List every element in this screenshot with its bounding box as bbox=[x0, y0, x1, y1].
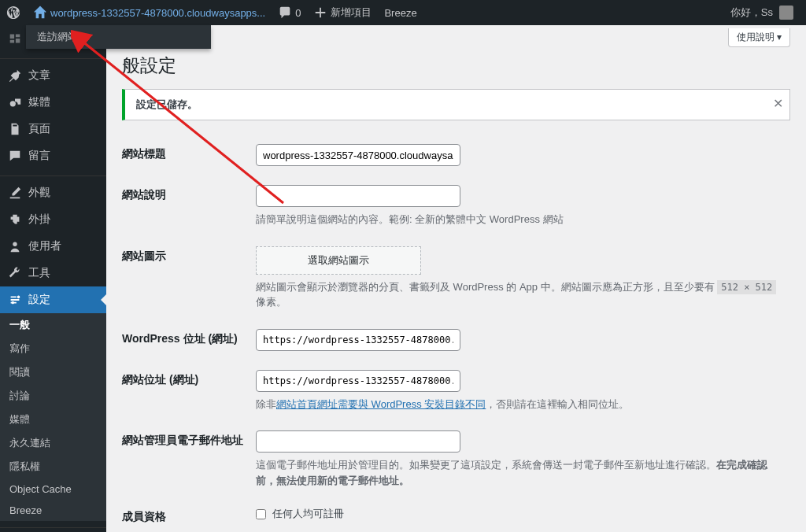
admin-email-input[interactable] bbox=[256, 430, 460, 453]
menu-posts[interactable]: 文章 bbox=[0, 62, 106, 89]
svg-point-1 bbox=[13, 242, 17, 246]
settings-submenu: 一般 寫作 閱讀 討論 媒體 永久連結 隱私權 Object Cache Bre… bbox=[0, 313, 106, 521]
dismiss-notice-button[interactable]: ✕ bbox=[773, 96, 783, 111]
users-icon bbox=[8, 239, 22, 253]
membership-checkbox[interactable] bbox=[256, 509, 266, 519]
my-account-menu[interactable]: 你好，Ss bbox=[724, 0, 800, 25]
page-icon bbox=[8, 122, 22, 136]
breeze-menu[interactable]: Breeze bbox=[378, 0, 423, 25]
admin-sidebar: 控制台 文章 媒體 頁面 留言 外觀 外掛 使用者 工具 設定 一般 寫作 閱讀 bbox=[0, 25, 106, 532]
home-icon bbox=[33, 6, 47, 20]
submenu-object-cache[interactable]: Object Cache bbox=[0, 478, 106, 500]
svg-point-0 bbox=[10, 101, 16, 106]
site-title-input[interactable] bbox=[256, 144, 460, 166]
visit-site-dropdown[interactable]: 造訪網站 bbox=[26, 25, 211, 49]
site-url-description: 除非網站首頁網址需要與 WordPress 安裝目錄不同，否則請在這裡輸入相同位… bbox=[256, 397, 782, 412]
submenu-reading[interactable]: 閱讀 bbox=[0, 360, 106, 384]
comment-icon bbox=[278, 6, 292, 20]
submenu-media[interactable]: 媒體 bbox=[0, 408, 106, 431]
visit-site-label: 造訪網站 bbox=[37, 31, 78, 42]
new-content-label: 新增項目 bbox=[331, 6, 372, 20]
comments-count: 0 bbox=[295, 7, 301, 19]
admin-email-label: 網站管理員電子郵件地址 bbox=[122, 421, 256, 497]
new-content-menu[interactable]: 新增項目 bbox=[307, 0, 378, 25]
notice-text: 設定已儲存。 bbox=[136, 98, 198, 112]
greeting-text: 你好，Ss bbox=[730, 6, 773, 20]
main-content: 使用說明 ▾ 般設定 設定已儲存。 ✕ 網站標題 網站說明 請簡單說明這個網站的… bbox=[106, 25, 806, 532]
submenu-general[interactable]: 一般 bbox=[0, 313, 106, 337]
dashboard-icon bbox=[8, 31, 22, 46]
site-icon-label: 網站圖示 bbox=[122, 237, 256, 320]
site-name-text: wordpress-1332557-4878000.cloudwaysapps.… bbox=[50, 7, 265, 19]
menu-pages[interactable]: 頁面 bbox=[0, 116, 106, 142]
avatar-icon bbox=[779, 6, 793, 20]
menu-settings[interactable]: 設定 bbox=[0, 286, 106, 313]
wordpress-logo-icon bbox=[6, 6, 20, 20]
submenu-permalinks[interactable]: 永久連結 bbox=[0, 431, 106, 455]
page-title: 般設定 bbox=[122, 54, 790, 78]
plugin-icon bbox=[8, 212, 22, 227]
submenu-breeze[interactable]: Breeze bbox=[0, 500, 106, 521]
settings-icon bbox=[8, 293, 22, 307]
menu-plugins[interactable]: 外掛 bbox=[0, 206, 106, 233]
submenu-privacy[interactable]: 隱私權 bbox=[0, 455, 106, 478]
admin-bar: wordpress-1332557-4878000.cloudwaysapps.… bbox=[0, 0, 806, 25]
tagline-description: 請簡單說明這個網站的內容。範例: 全新的繁體中文 WordPress 網站 bbox=[256, 212, 782, 227]
brush-icon bbox=[8, 186, 22, 200]
membership-label: 成員資格 bbox=[122, 497, 256, 532]
wp-logo-menu[interactable] bbox=[0, 0, 27, 25]
menu-users[interactable]: 使用者 bbox=[0, 233, 106, 260]
menu-media[interactable]: 媒體 bbox=[0, 89, 106, 116]
menu-appearance[interactable]: 外觀 bbox=[0, 179, 106, 206]
wp-url-input[interactable] bbox=[256, 329, 460, 351]
comments-menu[interactable]: 0 bbox=[272, 0, 307, 25]
site-title-label: 網站標題 bbox=[122, 135, 256, 175]
comment-icon bbox=[8, 149, 22, 163]
svg-point-2 bbox=[17, 296, 20, 299]
menu-comments[interactable]: 留言 bbox=[0, 142, 106, 169]
settings-saved-notice: 設定已儲存。 ✕ bbox=[122, 89, 790, 120]
wp-url-label: WordPress 位址 (網址) bbox=[122, 320, 256, 360]
pin-icon bbox=[8, 68, 22, 83]
membership-check-label: 任何人均可註冊 bbox=[272, 507, 344, 521]
site-icon-button[interactable]: 選取網站圖示 bbox=[256, 246, 421, 275]
media-icon bbox=[8, 95, 22, 109]
tagline-label: 網站說明 bbox=[122, 175, 256, 237]
site-icon-description: 網站圖示會顯示於瀏覽器的分頁、書籤列及 WordPress 的 App 中。網站… bbox=[256, 279, 782, 310]
submenu-discussion[interactable]: 討論 bbox=[0, 384, 106, 408]
submenu-writing[interactable]: 寫作 bbox=[0, 337, 106, 360]
site-name-menu[interactable]: wordpress-1332557-4878000.cloudwaysapps.… bbox=[27, 0, 272, 25]
help-tab[interactable]: 使用說明 ▾ bbox=[728, 28, 790, 47]
plus-icon bbox=[313, 6, 327, 20]
site-url-help-link[interactable]: 網站首頁網址需要與 WordPress 安裝目錄不同 bbox=[276, 398, 486, 410]
breeze-label: Breeze bbox=[384, 7, 416, 19]
tagline-input[interactable] bbox=[256, 185, 460, 207]
menu-tools[interactable]: 工具 bbox=[0, 260, 106, 286]
site-url-label: 網站位址 (網址) bbox=[122, 360, 256, 422]
wrench-icon bbox=[8, 266, 22, 280]
svg-point-3 bbox=[12, 301, 15, 305]
admin-email-description: 這個電子郵件地址用於管理目的。如果變更了這項設定，系統會傳送一封電子郵件至新地址… bbox=[256, 457, 782, 488]
site-url-input[interactable] bbox=[256, 370, 460, 392]
